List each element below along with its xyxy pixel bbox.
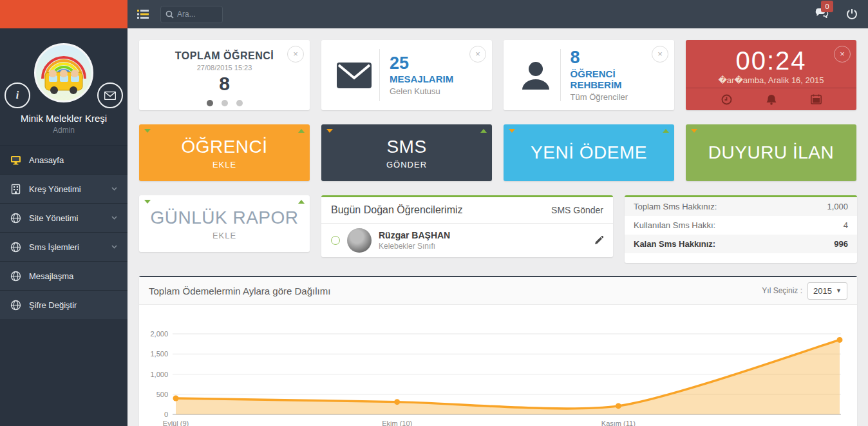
info-icon[interactable]: i [5,82,30,108]
svg-text:2,000: 2,000 [150,330,168,338]
student-class: Kelebekler Sınıfı [379,242,450,251]
sidebar: i [0,0,127,426]
triangle-up-icon [298,129,305,133]
dashboard-root: i [0,0,868,426]
sidebar-item-anasayfa[interactable]: Anasayfa [0,145,127,174]
globe-icon [10,271,21,282]
svg-text:1,000: 1,000 [150,371,168,378]
sidebar-item-label: Anasayfa [29,155,64,165]
action-line1: ÖĞRENCİ [181,137,267,157]
sidebar-menu: Anasayfa Kreş Yönetimi [0,145,127,319]
guide-subtitle: Tüm Öğrenciler [571,92,666,102]
chart-area: 05001,0001,5002,000Eylül (9)Ekim (10)Kas… [139,305,857,426]
sms-stat-label: Toplam Sms Hakkınız: [634,202,717,211]
guide-title[interactable]: ÖĞRENCİ REHBERİM [571,68,666,90]
radio-button[interactable] [331,236,340,245]
card-messages: 25 MESAJLARIM Gelen Kutusu × [321,40,492,110]
sidebar-item-label: Site Yönetimi [29,213,78,223]
panel-payments-chart: Toplam Ödemelermin Aylara göre Dağılımı … [139,276,857,426]
chevron-down-icon [111,245,117,249]
sms-stat-row: Toplam Sms Hakkınız: 1,000 [625,197,857,216]
card-value: 8 [139,73,310,95]
triangle-down-icon [144,129,151,133]
carousel-dot[interactable] [207,100,213,106]
chat-icon[interactable]: 0 [815,8,829,21]
carousel-dots [139,100,310,106]
close-icon[interactable]: × [834,46,851,63]
triangle-down-icon [691,129,697,133]
chart-title: Toplam Ödemelermin Aylara göre Dağılımı [149,286,330,296]
topbar-right: 0 [815,8,868,21]
mail-icon[interactable] [97,82,123,108]
sidebar-item-mesajlasma[interactable]: Mesajlaşma [0,261,127,290]
student-name: Rüzgar BAŞHAN [379,230,450,240]
triangle-down-icon [509,129,515,133]
year-select[interactable]: 2015 ▼ [807,282,847,300]
svg-text:1,500: 1,500 [150,350,168,358]
svg-text:0: 0 [164,411,168,418]
messages-count: 25 [390,54,453,73]
sms-stat-value: 996 [834,239,848,249]
clock-time: 00:24 [686,46,856,75]
main-content: TOPLAM ÖĞRENCİ 27/08/2015 15:23 8 × [127,28,868,426]
school-logo-bus [36,45,91,101]
close-icon[interactable]: × [469,46,486,63]
bell-icon[interactable] [766,94,777,105]
sms-stat-value: 1,000 [827,202,848,211]
action-announcement[interactable]: DUYURU İLAN [686,124,856,181]
pencil-icon[interactable] [594,236,603,246]
sidebar-item-label: Mesajlaşma [29,271,73,281]
year-select-label: Yıl Seçiniz : [762,286,802,295]
student-avatar [347,228,372,253]
clock-date: �ar�amba, Aralik 16, 2015 [686,75,856,85]
sidebar-item-label: Sms İşlemleri [29,242,79,252]
action-new-payment[interactable]: YENİ ÖDEME [504,124,674,181]
sms-stat-row: Kalan Sms Hakkınız: 996 [625,235,857,253]
close-icon[interactable]: × [287,46,304,63]
sidebar-item-sms-islemleri[interactable]: Sms İşlemleri [0,232,127,261]
carousel-dot[interactable] [222,100,228,106]
birthdays-sms-gonder-link[interactable]: SMS Gönder [551,205,603,215]
triangle-up-icon [298,200,305,204]
profile-name: Minik Melekler Kreşi [0,113,127,124]
action-send-sms[interactable]: SMS GÖNDER [321,124,492,181]
sidebar-item-sifre-degistir[interactable]: Şifre Değiştir [0,290,127,319]
search-box [160,6,223,23]
power-icon[interactable] [846,8,858,20]
carousel-dot[interactable] [236,100,243,106]
messages-title[interactable]: MESAJLARIM [390,73,453,84]
sidebar-item-kres-yonetimi[interactable]: Kreş Yönetimi [0,174,127,203]
chevron-down-icon [111,216,117,220]
sidebar-item-site-yonetimi[interactable]: Site Yönetimi [0,203,127,232]
profile-role: Admin [0,126,127,135]
notification-badge: 0 [821,1,833,12]
search-input[interactable] [177,10,216,19]
person-icon [520,59,552,92]
action-add-student[interactable]: ÖĞRENCİ EKLE [139,124,310,181]
brand-block [0,0,127,28]
payments-line-chart: 05001,0001,5002,000Eylül (9)Ekim (10)Kas… [139,310,856,426]
clock-icon[interactable] [721,94,732,105]
sidebar-item-label: Kreş Yönetimi [29,184,81,194]
svg-text:Eylül (9): Eylül (9) [163,420,189,426]
birthday-row: Rüzgar BAŞHAN Kelebekler Sınıfı [321,224,613,257]
card-title: TOPLAM ÖĞRENCİ [139,50,310,62]
action-line2: GÖNDER [386,160,427,169]
card-student-guide: 8 ÖĞRENCİ REHBERİM Tüm Öğrenciler × [504,40,674,110]
action-line2: EKLE [212,160,236,169]
daily-report-line1: GÜNLÜK RAPOR [150,208,298,228]
sms-stat-label: Kullanılan Sms Hakkı: [634,220,715,230]
menu-toggle-icon[interactable] [137,10,149,19]
action-daily-report[interactable]: GÜNLÜK RAPOR EKLE [139,195,310,252]
birthdays-title: Bugün Doğan Öğrencilerimiz [331,204,463,216]
monitor-icon [10,155,21,166]
action-line1: SMS [386,137,426,157]
action-line1: YENİ ÖDEME [531,142,647,163]
calendar-icon[interactable] [811,94,822,104]
sms-stat-label: Kalan Sms Hakkınız: [634,239,715,249]
avatar[interactable] [34,43,93,102]
caret-down-icon: ▼ [836,287,842,294]
chevron-down-icon [111,187,117,191]
close-icon[interactable]: × [652,46,668,63]
triangle-down-icon [144,200,151,204]
